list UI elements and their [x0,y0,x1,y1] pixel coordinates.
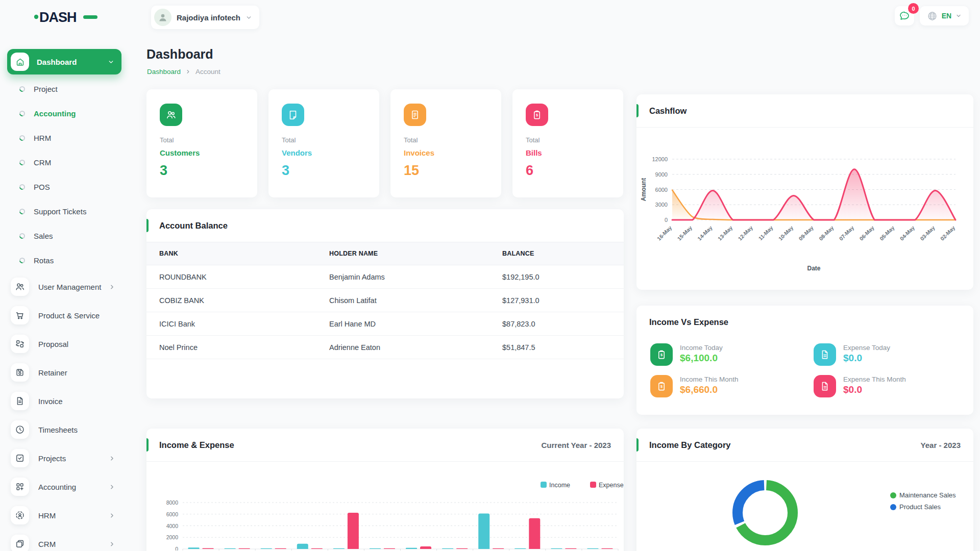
sidebar-subitem-label: Rotas [34,256,54,265]
svg-text:0: 0 [175,546,178,550]
breadcrumb: Dashboard Account [147,68,220,76]
income-expense-bar-chart: 02000400060008000IncomeExpense [146,462,624,550]
sidebar-item-accounting[interactable]: Accounting [0,472,133,501]
stat-value: $0.0 [843,353,890,364]
cashflow-area-chart: 03000600090001200016-May15-May14-May13-M… [636,128,973,290]
sidebar-item-product-service[interactable]: Product & Service [0,301,133,330]
svg-text:08-May: 08-May [818,224,835,242]
stat-income-this-month: $Income This Month$6,660.0 [650,375,739,397]
card-name: Vendors [282,148,312,157]
sidebar-item-dashboard[interactable]: Dashboard [7,49,121,74]
invoice-icon [15,396,25,406]
sidebar-item-label: Accounting [38,483,109,491]
sidebar-subitem-accounting[interactable]: Accounting [0,101,133,126]
income-icon: $ [656,381,667,392]
svg-text:4000: 4000 [166,523,179,529]
chevron-right-icon [109,541,115,547]
svg-text:6000: 6000 [166,511,179,517]
sidebar-subitem-rotas[interactable]: Rotas [0,248,133,272]
retainer-icon [15,367,25,378]
svg-text:9000: 9000 [655,171,668,178]
stat-value: $6,100.0 [680,353,723,364]
invoices-icon [409,109,421,120]
sidebar-item-label: Projects [38,454,109,463]
card-total-bills[interactable]: $TotalBills6 [512,89,623,197]
sidebar-item-label: CRM [38,540,109,548]
chevron-right-icon [109,512,115,519]
card-name: Customers [160,148,200,157]
card-name: Invoices [404,148,434,157]
sidebar-item-label: Timesheets [38,425,133,434]
breadcrumb-current: Account [195,68,220,76]
sidebar-item-label: Invoice [38,397,133,406]
svg-text:07-May: 07-May [838,224,855,242]
sidebar-subitem-label: Project [34,85,58,93]
stat-expense-this-month: Expense This Month$0.0 [814,375,906,397]
sidebar-subitem-sales[interactable]: Sales [0,223,133,248]
svg-text:$: $ [660,353,663,357]
vendors-icon [287,109,299,120]
sidebar-subitem-project[interactable]: Project [0,77,133,101]
sidebar-item-timesheets[interactable]: Timesheets [0,415,133,444]
sidebar-item-label: Product & Service [38,311,133,320]
sidebar-item-invoice[interactable]: Invoice [0,387,133,415]
summary-cards-row: TotalCustomers3TotalVendors3TotalInvoice… [146,89,624,197]
card-prefix: Total [160,136,174,144]
card-total-invoices[interactable]: TotalInvoices15 [390,89,501,197]
breadcrumb-dashboard-link[interactable]: Dashboard [147,68,181,76]
bullet-icon [19,135,25,141]
table-cell: Adrienne Eaton [316,336,489,359]
svg-text:16-May: 16-May [656,224,673,242]
sidebar-subitem-label: HRM [34,134,51,142]
sidebar-subitem-support-tickets[interactable]: Support Tickets [0,199,133,223]
card-value: 3 [282,163,289,179]
stat-value: $0.0 [843,384,906,395]
sidebar-item-hrm[interactable]: HRM [0,501,133,530]
sidebar-item-projects[interactable]: Projects [0,444,133,472]
table-row: ROUNDBANKBenjamin Adams$192,195.0 [146,265,624,289]
table-row: Noel PrinceAdrienne Eaton$51,847.5 [146,336,624,359]
sidebar-subitem-crm[interactable]: CRM [0,150,133,174]
svg-text:Amount: Amount [640,178,647,201]
cashflow-panel: Cashflow 03000600090001200016-May15-May1… [636,94,973,290]
income-vs-expense-panel: Income Vs Expense $Income Today$6,100.0E… [636,306,973,415]
card-prefix: Total [404,136,418,144]
panel-header: Cashflow [636,94,973,128]
table-cell: Chisom Latifat [316,289,489,312]
sidebar-item-retainer[interactable]: Retainer [0,358,133,387]
sidebar-item-proposal[interactable]: Proposal [0,330,133,358]
panel-subtitle: Current Year - 2023 [542,441,611,449]
stat-label: Expense Today [843,344,890,352]
messages-badge: 0 [908,3,919,14]
svg-text:12-May: 12-May [737,224,754,242]
card-total-vendors[interactable]: TotalVendors3 [268,89,379,197]
svg-text:Expense: Expense [599,482,624,489]
svg-text:06-May: 06-May [858,224,875,242]
income-expense-panel: Income & Expense Current Year - 2023 020… [146,429,624,551]
table-cell: Earl Hane MD [316,312,489,336]
svg-text:2000: 2000 [166,534,179,540]
card-name: Bills [526,148,542,157]
sidebar-item-label: Retainer [38,368,133,377]
sidebar-item-user-management[interactable]: User Management [0,272,133,301]
sidebar-subitem-pos[interactable]: POS [0,174,133,199]
table-cell: ICICI Bank [146,312,316,336]
svg-text:Maintenance Sales: Maintenance Sales [899,491,956,499]
stat-label: Income This Month [680,375,739,383]
table-cell: COBIZ BANK [146,289,316,312]
stat-value: $6,660.0 [680,384,739,395]
table-cell: $51,847.5 [489,336,624,359]
sidebar-subitem-hrm[interactable]: HRM [0,126,133,150]
account-balance-table: BANKHOLDER NAMEBALANCE ROUNDBANKBenjamin… [146,242,624,359]
panel-title: Income Vs Expense [649,317,961,327]
sidebar-item-crm[interactable]: CRM [0,530,133,551]
table-cell: ROUNDBANK [146,265,316,289]
chevron-right-icon [109,455,115,462]
panel-header: Income By Category Year - 2023 [636,429,973,462]
sidebar-subitem-label: Support Tickets [34,207,86,216]
bullet-icon [19,258,25,263]
card-total-customers[interactable]: TotalCustomers3 [146,89,257,197]
table-row: COBIZ BANKChisom Latifat$127,931.0 [146,289,624,312]
sidebar-subitem-label: Sales [34,232,53,240]
bullet-icon [19,184,25,190]
